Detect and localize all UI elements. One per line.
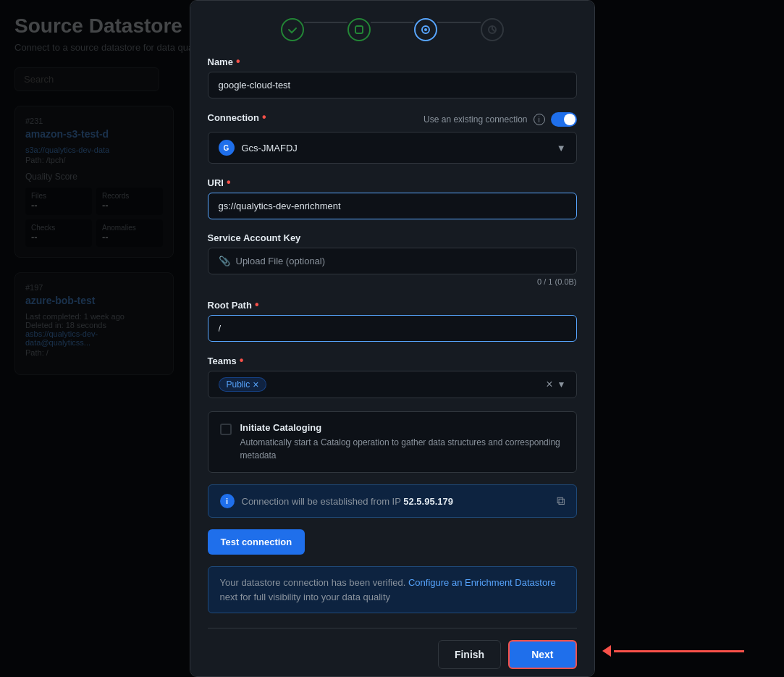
file-size-label: 0 / 1 (0.0B) bbox=[208, 277, 577, 286]
test-connection-button[interactable]: Test connection bbox=[208, 529, 305, 555]
connection-select[interactable]: G Gcs-JMAFDJ ▼ bbox=[208, 132, 577, 164]
step-line-3 bbox=[437, 22, 481, 23]
step-4-circle bbox=[481, 18, 504, 41]
success-message: Your datastore connection has been verif… bbox=[208, 566, 577, 613]
use-existing-toggle-switch[interactable] bbox=[551, 112, 577, 127]
name-field-group: Name • bbox=[208, 56, 577, 98]
arrow-line bbox=[614, 650, 744, 652]
ip-info-text: Connection will be established from IP 5… bbox=[242, 496, 453, 507]
modal-dialog: Name • Connection • Use an existing conn… bbox=[190, 0, 595, 677]
public-tag: Public × bbox=[219, 377, 267, 392]
step-3-circle bbox=[414, 18, 437, 41]
root-path-input[interactable] bbox=[208, 315, 577, 342]
finish-button[interactable]: Finish bbox=[438, 640, 501, 669]
teams-clear-icon[interactable]: × bbox=[546, 378, 552, 391]
uri-field-group: URI • bbox=[208, 177, 577, 219]
svg-rect-0 bbox=[355, 26, 363, 33]
teams-left: Public × bbox=[219, 377, 267, 392]
arrow-head-icon bbox=[602, 645, 611, 657]
teams-chevron-icon: ▼ bbox=[557, 379, 566, 390]
root-path-label: Root Path • bbox=[208, 299, 577, 311]
catalog-title: Initiate Cataloging bbox=[240, 422, 565, 433]
connection-row: Connection • Use an existing connection … bbox=[208, 112, 577, 127]
step-3 bbox=[414, 18, 437, 41]
step-1 bbox=[281, 18, 304, 41]
root-path-required: • bbox=[255, 299, 259, 311]
service-account-key-group: Service Account Key 📎 Upload File (optio… bbox=[208, 232, 577, 286]
next-button[interactable]: Next bbox=[508, 640, 576, 669]
connection-label: Connection • bbox=[208, 112, 266, 123]
modal-footer: Finish Next bbox=[208, 640, 577, 669]
ip-info-left: i Connection will be established from IP… bbox=[220, 494, 453, 508]
step-1-circle bbox=[281, 18, 304, 41]
success-text: Your datastore connection has been verif… bbox=[220, 577, 556, 602]
svg-point-2 bbox=[424, 28, 427, 31]
step-2 bbox=[347, 18, 371, 41]
checkbox-icon[interactable] bbox=[220, 424, 232, 435]
name-required: • bbox=[236, 56, 240, 67]
catalog-text: Initiate Cataloging Automatically start … bbox=[240, 422, 565, 462]
uri-input[interactable] bbox=[208, 193, 577, 219]
service-account-key-label: Service Account Key bbox=[208, 232, 577, 243]
ip-address: 52.5.95.179 bbox=[403, 496, 453, 507]
modal-overlay: Name • Connection • Use an existing conn… bbox=[0, 0, 784, 677]
paperclip-icon: 📎 bbox=[219, 256, 230, 266]
gcs-icon: G bbox=[219, 140, 235, 156]
footer-divider bbox=[208, 628, 577, 628]
arrow-annotation bbox=[602, 645, 744, 657]
catalog-description: Automatically start a Catalog operation … bbox=[240, 436, 565, 462]
teams-required: • bbox=[240, 355, 244, 366]
teams-actions: × ▼ bbox=[546, 378, 565, 391]
connection-chevron-icon: ▼ bbox=[557, 143, 566, 154]
stepper bbox=[208, 18, 577, 41]
copy-ip-button[interactable]: ⧉ bbox=[557, 495, 565, 508]
root-path-field-group: Root Path • bbox=[208, 299, 577, 342]
name-input[interactable] bbox=[208, 72, 577, 98]
step-2-circle bbox=[347, 18, 371, 41]
file-upload-button[interactable]: 📎 Upload File (optional) bbox=[208, 248, 577, 274]
connection-required: • bbox=[262, 112, 266, 123]
ip-info-box: i Connection will be established from IP… bbox=[208, 484, 577, 518]
info-circle-icon: i bbox=[220, 494, 235, 508]
configure-enrichment-link[interactable]: Configure an Enrichment Datastore bbox=[408, 577, 556, 588]
teams-label: Teams • bbox=[208, 355, 577, 366]
uri-required: • bbox=[227, 177, 231, 188]
teams-field-group: Teams • Public × × ▼ bbox=[208, 355, 577, 398]
use-existing-info-icon[interactable]: i bbox=[534, 114, 545, 125]
teams-select[interactable]: Public × × ▼ bbox=[208, 371, 577, 398]
uri-label: URI • bbox=[208, 177, 577, 188]
step-4 bbox=[481, 18, 504, 41]
name-label: Name • bbox=[208, 56, 577, 67]
connection-field-group: Connection • Use an existing connection … bbox=[208, 112, 577, 164]
step-line-2 bbox=[371, 22, 414, 23]
tag-remove-icon[interactable]: × bbox=[253, 379, 258, 390]
use-existing-toggle[interactable]: Use an existing connection i bbox=[423, 112, 576, 127]
step-line-1 bbox=[304, 22, 347, 23]
connection-left: G Gcs-JMAFDJ bbox=[219, 140, 298, 156]
initiate-cataloging-checkbox[interactable]: Initiate Cataloging Automatically start … bbox=[208, 411, 577, 473]
